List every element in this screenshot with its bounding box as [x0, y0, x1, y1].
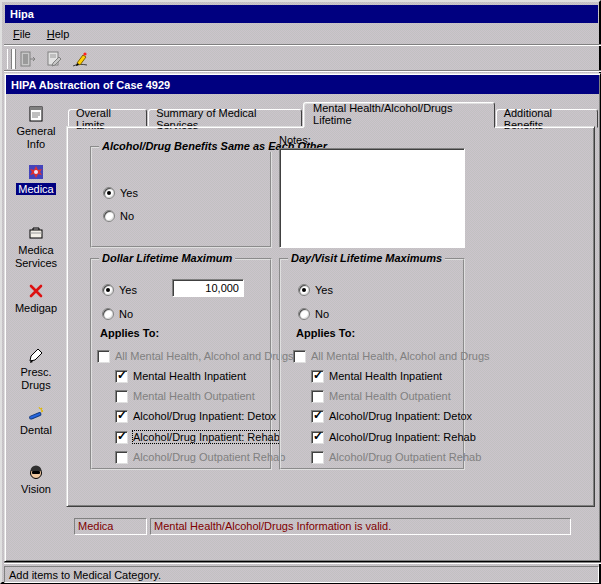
dollar-max-input[interactable] [172, 279, 244, 297]
report-button[interactable] [42, 48, 66, 70]
radio-label: Yes [120, 187, 138, 199]
checkbox-all-mhad[interactable]: All Mental Health, Alcohol and Drugs [293, 349, 490, 363]
checkbox-label: Alcohol/Drug Outpatient Rehab [329, 451, 481, 463]
notes-label: Notes: [279, 134, 311, 146]
divider [4, 44, 601, 46]
same-benefits-yes-radio[interactable]: Yes [103, 186, 138, 200]
checkbox-label: Mental Health Outpatient [133, 390, 255, 402]
sidebar-item-label: Presc. Drugs [9, 366, 63, 392]
radio-circle [103, 210, 115, 222]
checkbox-box [293, 350, 306, 363]
report-icon [44, 49, 64, 69]
checkbox-label: All Mental Health, Alcohol and Drugs [115, 350, 294, 362]
checkbox-ad-inpatient-detox[interactable]: Alcohol/Drug Inpatient: Detox [311, 409, 472, 423]
tab-mental-health-lifetime[interactable]: Mental Health/Alcohol/Drugs Lifetime [303, 102, 495, 128]
menu-help[interactable]: Help [39, 26, 78, 42]
checkbox-label: Mental Health Outpatient [329, 390, 451, 402]
dollar-no-radio[interactable]: No [102, 307, 133, 321]
checkbox-label: Mental Health Inpatient [133, 370, 246, 382]
exit-icon [18, 49, 38, 69]
sidebar-item-vision[interactable]: Vision [7, 463, 65, 496]
checkbox-label: Alcohol/Drug Inpatient: Detox [133, 410, 276, 422]
face-glasses-icon [27, 463, 45, 481]
checkbox-box [311, 410, 324, 423]
sidebar-item-label: Medica Services [9, 244, 63, 270]
checkbox-ad-inpatient-detox[interactable]: Alcohol/Drug Inpatient: Detox [115, 409, 276, 423]
case-titlebar[interactable]: HIPA Abstraction of Case 4929 [6, 75, 599, 94]
toolbar [5, 47, 94, 70]
dayvisit-no-radio[interactable]: No [298, 307, 329, 321]
sidebar-item-label: Medigap [9, 302, 63, 315]
briefcase-icon [27, 224, 45, 242]
sidebar-item-label: Medica [9, 183, 63, 196]
checkbox-mh-inpatient[interactable]: Mental Health Inpatient [115, 369, 246, 383]
dollar-yes-radio[interactable]: Yes [102, 283, 137, 297]
checkbox-label: Alcohol/Drug Inpatient: Detox [329, 410, 472, 422]
signature-icon [70, 49, 90, 69]
same-benefits-group: Alcohol/Drug Benefits Same as Each Other… [90, 146, 272, 248]
validation-status-text: Mental Health/Alcohol/Drugs Information … [154, 520, 391, 532]
radio-circle [298, 308, 310, 320]
radio-circle [103, 187, 115, 199]
checkbox-mh-inpatient[interactable]: Mental Health Inpatient [311, 369, 442, 383]
sidebar-item-label: General Info [9, 125, 63, 151]
checkbox-all-mhad[interactable]: All Mental Health, Alcohol and Drugs [97, 349, 294, 363]
radio-label: Yes [119, 284, 137, 296]
sidebar-item-medica[interactable]: Medica [7, 163, 65, 196]
sidebar-item-medica-services[interactable]: Medica Services [7, 224, 65, 270]
checkbox-label: Alcohol/Drug Inpatient: Rehab [133, 431, 280, 443]
checkbox-ad-inpatient-rehab[interactable]: Alcohol/Drug Inpatient: Rehab [115, 430, 280, 444]
signature-button[interactable] [68, 48, 92, 70]
status-bar: Add items to Medical Category. [4, 566, 599, 583]
checkbox-box [311, 370, 324, 383]
radio-label: Yes [315, 284, 333, 296]
checkbox-label: Alcohol/Drug Outpatient Rehab [133, 451, 285, 463]
checkbox-ad-inpatient-rehab[interactable]: Alcohol/Drug Inpatient: Rehab [311, 430, 476, 444]
checkbox-box [115, 431, 128, 444]
toolbar-grip[interactable] [7, 49, 12, 69]
radio-label: No [315, 308, 329, 320]
checkbox-box [311, 390, 324, 403]
radio-circle [102, 308, 114, 320]
category-status-text: Medica [78, 520, 113, 532]
category-status-field: Medica [74, 518, 147, 535]
checkbox-box [115, 410, 128, 423]
menu-file[interactable]: File [5, 26, 39, 42]
red-x-icon [27, 282, 45, 300]
dayvisit-yes-radio[interactable]: Yes [298, 283, 333, 297]
toothbrush-icon [27, 404, 45, 422]
application-window: Hipa File Help HIPA Abstraction of Case … [0, 0, 601, 584]
group-title: Day/Visit Lifetime Maximums [288, 252, 445, 264]
checkbox-mh-outpatient[interactable]: Mental Health Outpatient [115, 389, 255, 403]
checkbox-label: Alcohol/Drug Inpatient: Rehab [329, 431, 476, 443]
menubar: File Help [5, 25, 77, 43]
checkbox-box [115, 390, 128, 403]
sidebar-item-label: Dental [9, 424, 63, 437]
checkbox-mh-outpatient[interactable]: Mental Health Outpatient [311, 389, 451, 403]
checkbox-box [115, 370, 128, 383]
applies-to-label: Applies To: [100, 327, 159, 339]
sidebar-item-general-info[interactable]: General Info [7, 105, 65, 151]
sidebar-item-medigap[interactable]: Medigap [7, 282, 65, 315]
pen-icon [27, 346, 45, 364]
checkbox-box [115, 451, 128, 464]
group-title: Dollar Lifetime Maximum [99, 252, 235, 264]
radio-label: No [119, 308, 133, 320]
checkbox-label: All Mental Health, Alcohol and Drugs [311, 350, 490, 362]
applies-to-label: Applies To: [296, 327, 355, 339]
sidebar-item-label: Vision [9, 483, 63, 496]
sidebar-item-dental[interactable]: Dental [7, 404, 65, 437]
checkbox-box [311, 451, 324, 464]
sidebar-item-presc-drugs[interactable]: Presc. Drugs [7, 346, 65, 392]
checkbox-ad-outpatient-rehab[interactable]: Alcohol/Drug Outpatient Rehab [311, 450, 481, 464]
tab-strip: Overall Limits Summary of Medical Servic… [68, 102, 599, 128]
exit-button[interactable] [16, 48, 40, 70]
tab-label: Mental Health/Alcohol/Drugs Lifetime [313, 102, 485, 126]
main-titlebar[interactable]: Hipa [5, 5, 598, 23]
medica-icon [27, 163, 45, 181]
divider [4, 562, 601, 564]
checkbox-box [311, 431, 324, 444]
notes-textarea[interactable] [279, 148, 465, 248]
checkbox-ad-outpatient-rehab[interactable]: Alcohol/Drug Outpatient Rehab [115, 450, 285, 464]
same-benefits-no-radio[interactable]: No [103, 209, 134, 223]
